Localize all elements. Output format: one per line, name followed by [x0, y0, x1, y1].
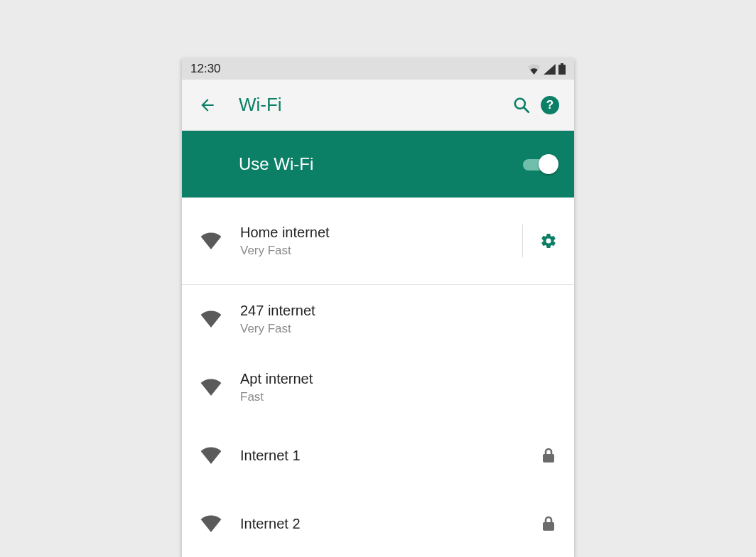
network-speed: Fast: [240, 390, 558, 404]
wifi-signal-icon: [198, 515, 225, 532]
page-title: Wi-Fi: [239, 94, 507, 116]
wifi-master-switch[interactable]: [523, 154, 558, 174]
arrow-back-icon: [198, 96, 217, 114]
back-button[interactable]: [198, 95, 217, 115]
network-row[interactable]: Internet 2: [182, 490, 574, 557]
svg-rect-1: [558, 65, 566, 75]
gear-icon: [540, 232, 557, 249]
network-row[interactable]: Internet 1: [182, 421, 574, 490]
battery-status-icon: [558, 63, 566, 75]
wifi-signal-icon: [198, 447, 225, 464]
lock-icon: [539, 445, 558, 465]
svg-rect-4: [543, 454, 554, 463]
divider-vertical: [522, 225, 523, 257]
wifi-master-banner: Use Wi-Fi: [182, 131, 574, 198]
search-button[interactable]: [507, 91, 536, 119]
network-name: Internet 2: [240, 516, 539, 532]
network-name: Internet 1: [240, 448, 539, 464]
network-name: Home internet: [240, 225, 522, 241]
network-list: Home internet Very Fast 247 internetVery…: [182, 198, 574, 557]
wifi-signal-icon: [198, 379, 225, 396]
network-speed: Very Fast: [240, 244, 522, 258]
help-button[interactable]: ?: [536, 91, 564, 119]
phone-frame: 12:30 W: [182, 58, 574, 557]
wifi-signal-icon: [198, 310, 225, 328]
help-icon: ?: [541, 96, 559, 114]
svg-rect-0: [561, 63, 563, 65]
cellular-status-icon: [544, 64, 556, 75]
statusbar: 12:30: [182, 58, 574, 80]
network-speed: Very Fast: [240, 322, 558, 336]
svg-line-3: [524, 107, 529, 112]
network-settings-button[interactable]: [539, 231, 558, 251]
svg-rect-5: [543, 522, 554, 531]
network-row-connected[interactable]: Home internet Very Fast: [182, 198, 574, 284]
network-row[interactable]: Apt internetFast: [182, 353, 574, 421]
appbar: Wi-Fi ?: [182, 80, 574, 131]
available-networks: 247 internetVery FastApt internetFastInt…: [182, 285, 574, 557]
wifi-status-icon: [527, 64, 541, 75]
wifi-signal-icon: [198, 232, 225, 249]
statusbar-time: 12:30: [190, 62, 221, 76]
search-icon: [512, 96, 531, 114]
network-name: 247 internet: [240, 303, 558, 319]
statusbar-icons: [527, 63, 566, 75]
network-name: Apt internet: [240, 371, 558, 387]
wifi-master-label: Use Wi-Fi: [239, 154, 523, 174]
network-row[interactable]: 247 internetVery Fast: [182, 285, 574, 353]
lock-icon: [539, 514, 558, 534]
